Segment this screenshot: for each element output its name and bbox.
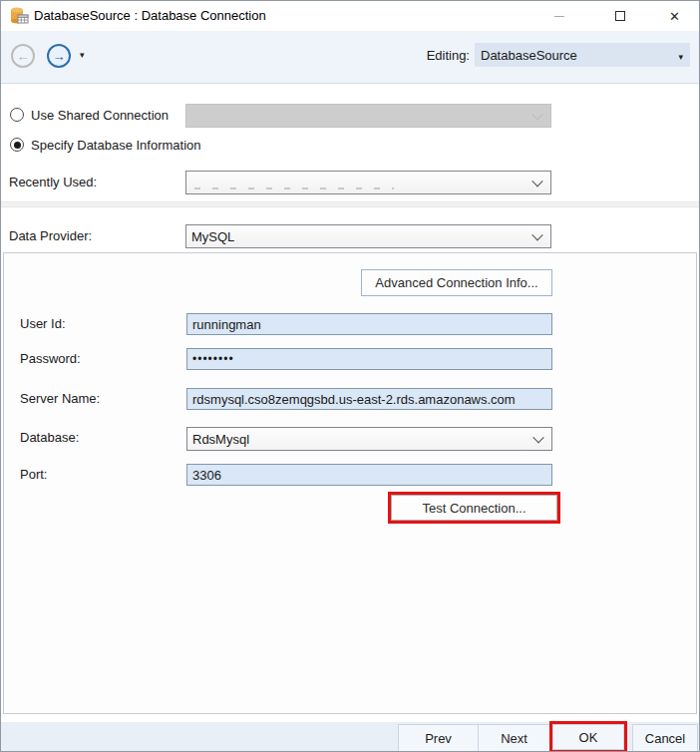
database-label: Database:: [20, 430, 79, 445]
maximize-icon: [615, 11, 625, 21]
database-icon: [9, 6, 29, 26]
section-divider: [1, 201, 699, 207]
back-arrow-icon: ←: [17, 49, 30, 64]
close-icon: ✕: [669, 10, 680, 23]
chevron-down-icon: [531, 109, 542, 120]
database-connection-dialog: DatabaseSource : Database Connection ✕ ←…: [0, 0, 700, 752]
server-name-label: Server Name:: [20, 391, 100, 406]
server-name-value: rdsmysql.cso8zemqgsbd.us-east-2.rds.amaz…: [192, 392, 516, 407]
editing-combobox[interactable]: DatabaseSource ▾: [475, 43, 690, 67]
minimize-button[interactable]: [536, 1, 581, 31]
advanced-connection-info-button[interactable]: Advanced Connection Info...: [361, 269, 552, 296]
editing-label: Editing:: [427, 48, 470, 63]
shared-connection-dropdown: [185, 104, 551, 128]
prev-button[interactable]: Prev: [398, 724, 479, 752]
forward-dropdown-caret[interactable]: ▾: [80, 50, 85, 60]
chevron-down-icon: [531, 176, 542, 187]
cancel-button[interactable]: Cancel: [632, 724, 698, 752]
chevron-down-icon: ▾: [678, 52, 683, 62]
data-provider-label: Data Provider:: [9, 228, 92, 243]
redacted-text-remnants: [194, 188, 394, 189]
window-title: DatabaseSource : Database Connection: [34, 1, 266, 31]
ok-button[interactable]: OK: [552, 724, 624, 750]
user-id-input[interactable]: runningman: [186, 313, 552, 335]
password-label: Password:: [20, 351, 81, 366]
ok-highlight: OK: [549, 721, 627, 752]
back-button[interactable]: ←: [11, 44, 35, 68]
recently-used-label: Recently Used:: [9, 175, 97, 189]
forward-button[interactable]: →: [47, 44, 71, 68]
forward-arrow-icon: →: [53, 49, 66, 64]
connection-details-panel: Advanced Connection Info... User Id: run…: [3, 252, 697, 714]
next-button[interactable]: Next: [478, 724, 550, 752]
port-input[interactable]: 3306: [186, 464, 552, 486]
data-provider-value: MySQL: [191, 229, 234, 244]
test-connection-highlight: Test Connection...: [388, 492, 560, 524]
password-input[interactable]: ••••••••: [186, 348, 552, 370]
database-dropdown[interactable]: RdsMysql: [186, 427, 552, 451]
navigation-toolbar: ← → ▾ Editing: DatabaseSource ▾: [1, 31, 699, 84]
editing-group: Editing: DatabaseSource ▾: [427, 43, 690, 67]
radio-use-shared-connection-label: Use Shared Connection: [31, 108, 169, 123]
title-bar: DatabaseSource : Database Connection ✕: [1, 1, 699, 31]
minimize-icon: [554, 16, 564, 17]
recently-used-dropdown[interactable]: [185, 171, 551, 194]
maximize-button[interactable]: [597, 1, 642, 31]
port-label: Port:: [20, 467, 47, 482]
database-value: RdsMysql: [192, 432, 249, 447]
server-name-input[interactable]: rdsmysql.cso8zemqgsbd.us-east-2.rds.amaz…: [186, 388, 552, 410]
test-connection-button[interactable]: Test Connection...: [391, 495, 557, 521]
password-value: ••••••••: [192, 352, 234, 366]
data-provider-dropdown[interactable]: MySQL: [185, 224, 551, 248]
user-id-value: runningman: [192, 317, 261, 332]
user-id-label: User Id:: [20, 316, 66, 331]
radio-specify-database-information[interactable]: [10, 138, 24, 152]
chevron-down-icon: [531, 229, 542, 240]
port-value: 3306: [192, 468, 221, 483]
close-button[interactable]: ✕: [652, 1, 697, 31]
chevron-down-icon: [532, 432, 543, 443]
editing-combobox-value: DatabaseSource: [481, 48, 577, 63]
radio-specify-database-information-label: Specify Database Information: [31, 138, 201, 153]
radio-use-shared-connection[interactable]: [10, 108, 24, 122]
